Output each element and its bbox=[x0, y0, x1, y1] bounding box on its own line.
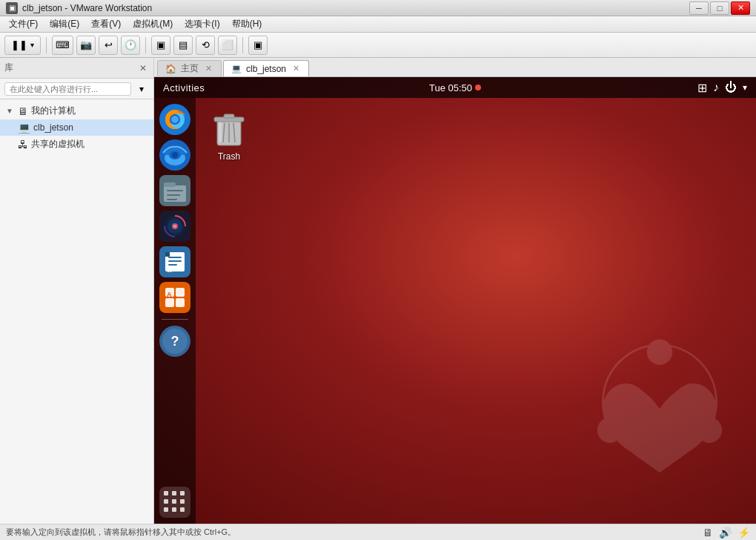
dock-show-apps[interactable] bbox=[159, 487, 190, 518]
svg-point-11 bbox=[172, 152, 178, 158]
svg-rect-33 bbox=[176, 298, 185, 307]
fullscreen-icon: ⟲ bbox=[202, 39, 210, 50]
minimize-button[interactable]: ─ bbox=[689, 1, 709, 15]
ubuntu-watermark bbox=[586, 331, 734, 494]
tab-home-close[interactable]: ✕ bbox=[203, 64, 213, 74]
home-icon: 🏠 bbox=[165, 64, 176, 74]
app-icon: ▣ bbox=[6, 2, 18, 14]
tray-expand-icon[interactable]: ▾ bbox=[743, 82, 747, 93]
fit-icon: ▣ bbox=[156, 39, 165, 50]
menu-tabs[interactable]: 选项卡(I) bbox=[179, 16, 225, 32]
close-button[interactable]: ✕ bbox=[731, 1, 750, 15]
tab-home[interactable]: 🏠 主页 ✕ bbox=[157, 60, 222, 76]
maximize-button[interactable]: □ bbox=[710, 1, 729, 15]
svg-rect-16 bbox=[167, 194, 180, 196]
activities-button[interactable]: Activities bbox=[163, 82, 205, 93]
sidebar-item-clb-jetson[interactable]: 💻 clb_jetson bbox=[0, 119, 153, 136]
recording-indicator bbox=[475, 85, 481, 90]
tabs-bar: 🏠 主页 ✕ 💻 clb_jetson ✕ bbox=[154, 58, 756, 77]
svg-text:A: A bbox=[167, 291, 172, 298]
svg-point-1 bbox=[647, 339, 672, 364]
svg-rect-27 bbox=[168, 264, 177, 266]
svg-rect-29 bbox=[159, 282, 190, 313]
toolbar-sep-3 bbox=[242, 37, 243, 53]
ubuntu-topbar: Activities Tue 05:50 ⊞ ♪ ⏻ ▾ bbox=[154, 77, 756, 98]
toolbar-sep-2 bbox=[145, 37, 146, 53]
restore-icon: ↩ bbox=[105, 39, 113, 50]
toolbar: ❚❚ ▾ ⌨ 📷 ↩ 🕐 ▣ ▤ ⟲ ⬜ ▣ bbox=[0, 33, 756, 58]
menu-edit[interactable]: 编辑(E) bbox=[44, 16, 85, 32]
dock-firefox[interactable] bbox=[159, 104, 190, 135]
snapshot-manager-button[interactable]: 🕐 bbox=[121, 36, 140, 55]
network-tray-icon[interactable]: ⊞ bbox=[697, 81, 707, 95]
svg-rect-44 bbox=[219, 122, 222, 142]
restore-snapshot-button[interactable]: ↩ bbox=[99, 36, 118, 55]
apps-grid-icon bbox=[164, 491, 186, 513]
trash-label: Trash bbox=[218, 151, 240, 162]
menu-view[interactable]: 查看(V) bbox=[85, 16, 127, 32]
dock-thunderbird[interactable] bbox=[159, 139, 190, 171]
status-audio-icon: 🔊 bbox=[719, 527, 732, 539]
svg-text:?: ? bbox=[171, 334, 179, 349]
dock-appcenter[interactable]: A bbox=[159, 282, 190, 313]
svg-rect-25 bbox=[168, 257, 182, 258]
tab-vm-label: clb_jetson bbox=[246, 64, 286, 74]
sidebar-item-my-computer[interactable]: ▼ 🖥 我的计算机 bbox=[0, 102, 153, 119]
computer-icon: 🖥 bbox=[18, 105, 28, 117]
audio-tray-icon[interactable]: ♪ bbox=[713, 81, 719, 94]
content-area: 🏠 主页 ✕ 💻 clb_jetson ✕ Activities Tue 05:… bbox=[154, 58, 756, 524]
vm-viewport[interactable]: Activities Tue 05:50 ⊞ ♪ ⏻ ▾ bbox=[154, 77, 756, 524]
sidebar-search-area: ▾ bbox=[0, 79, 153, 99]
tab-home-label: 主页 bbox=[181, 62, 199, 75]
console-button[interactable]: ▣ bbox=[248, 36, 268, 55]
ubuntu-clock: Tue 05:50 bbox=[429, 82, 481, 93]
pause-button[interactable]: ❚❚ ▾ bbox=[4, 36, 41, 55]
dock-rhythmbox[interactable] bbox=[159, 211, 190, 242]
shared-vms-label: 共享的虚拟机 bbox=[31, 138, 84, 151]
status-message: 要将输入定向到该虚拟机，请将鼠标指针移入其中或按 Ctrl+G。 bbox=[6, 527, 236, 538]
unity-button[interactable]: ⬜ bbox=[218, 36, 237, 55]
menu-bar: 文件(F) 编辑(E) 查看(V) 虚拟机(M) 选项卡(I) 帮助(H) bbox=[0, 16, 756, 33]
clb-jetson-label: clb_jetson bbox=[33, 122, 73, 133]
send-ctrl-alt-del-button[interactable]: ⌨ bbox=[52, 36, 73, 55]
status-power-icon: ⚡ bbox=[737, 527, 750, 539]
sidebar-header: 库 ✕ bbox=[0, 58, 153, 79]
clock-icon: 🕐 bbox=[125, 39, 136, 50]
status-tray: 🖥 🔊 ⚡ bbox=[703, 527, 750, 539]
dock-help[interactable]: ? bbox=[159, 326, 190, 357]
svg-rect-32 bbox=[165, 298, 174, 307]
status-bar: 要将输入定向到该虚拟机，请将鼠标指针移入其中或按 Ctrl+G。 🖥 🔊 ⚡ bbox=[0, 524, 756, 540]
sidebar-item-shared-vms[interactable]: 🖧 共享的虚拟机 bbox=[0, 136, 153, 153]
dock-files[interactable] bbox=[159, 175, 190, 206]
tab-vm[interactable]: 💻 clb_jetson ✕ bbox=[223, 60, 309, 76]
svg-rect-40 bbox=[224, 114, 234, 118]
window-controls: ─ □ ✕ bbox=[689, 1, 750, 15]
sidebar: 库 ✕ ▾ ▼ 🖥 我的计算机 💻 clb_jetson 🖧 共享的虚拟机 bbox=[0, 58, 154, 524]
tab-vm-close[interactable]: ✕ bbox=[291, 64, 301, 74]
power-tray-icon[interactable]: ⏻ bbox=[725, 81, 737, 94]
sidebar-close-button[interactable]: ✕ bbox=[137, 62, 149, 74]
svg-rect-26 bbox=[168, 260, 182, 262]
fit-guest-button[interactable]: ▣ bbox=[151, 36, 170, 55]
vm-icon: 💻 bbox=[18, 122, 30, 134]
status-monitor-icon: 🖥 bbox=[703, 527, 713, 539]
menu-vm[interactable]: 虚拟机(M) bbox=[127, 16, 179, 32]
ubuntu-desktop[interactable]: Activities Tue 05:50 ⊞ ♪ ⏻ ▾ bbox=[154, 77, 756, 524]
tree-toggle-icon: ▼ bbox=[6, 107, 15, 115]
title-bar: ▣ clb_jetson - VMware Workstation ─ □ ✕ bbox=[0, 0, 756, 16]
search-icon: ▾ bbox=[139, 84, 144, 94]
fit-window-icon: ▤ bbox=[179, 39, 188, 50]
menu-file[interactable]: 文件(F) bbox=[3, 16, 44, 32]
sidebar-search-button[interactable]: ▾ bbox=[134, 82, 149, 96]
fit-window-button[interactable]: ▤ bbox=[173, 36, 193, 55]
dock-separator bbox=[162, 319, 188, 320]
menu-help[interactable]: 帮助(H) bbox=[226, 16, 268, 32]
fullscreen-button[interactable]: ⟲ bbox=[196, 36, 215, 55]
sidebar-search-input[interactable] bbox=[4, 82, 131, 96]
svg-rect-15 bbox=[167, 190, 183, 191]
snapshot-button[interactable]: 📷 bbox=[76, 36, 96, 55]
desktop-icons-area: Trash bbox=[196, 98, 262, 174]
dock-writer[interactable]: W bbox=[159, 246, 190, 277]
ubuntu-tray: ⊞ ♪ ⏻ ▾ bbox=[697, 81, 747, 95]
desktop-trash[interactable]: Trash bbox=[203, 105, 255, 166]
